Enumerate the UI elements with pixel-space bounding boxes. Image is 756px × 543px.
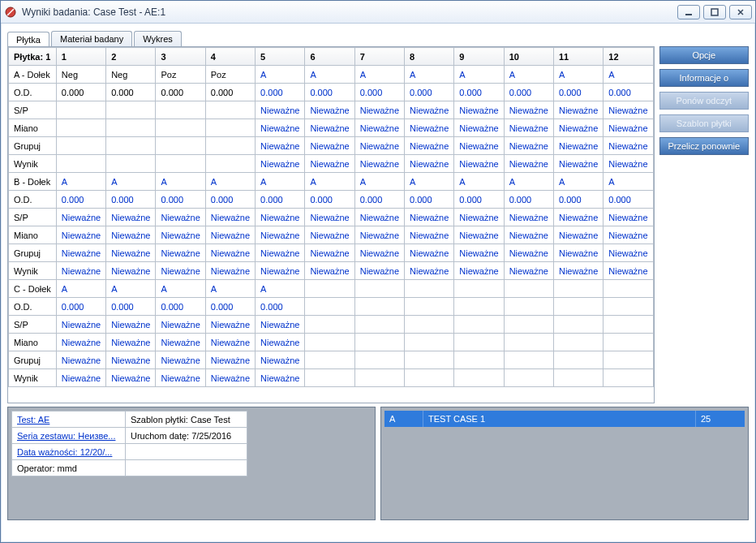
col-header[interactable]: 7 <box>354 48 404 66</box>
grid-cell[interactable]: 0.000 <box>205 298 255 316</box>
grid-cell[interactable]: A <box>256 280 305 298</box>
grid-cell[interactable]: A <box>205 280 255 298</box>
grid-cell[interactable]: 0.000 <box>56 84 105 101</box>
grid-cell[interactable] <box>405 298 454 316</box>
grid-cell[interactable]: Nieważne <box>156 316 205 334</box>
col-header[interactable]: 10 <box>504 48 553 66</box>
grid-cell[interactable]: Neg <box>56 66 105 84</box>
grid-cell[interactable] <box>305 334 354 351</box>
grid-cell[interactable] <box>454 280 504 298</box>
grid-cell[interactable]: A <box>156 173 205 191</box>
grid-cell[interactable] <box>504 298 553 316</box>
grid-cell[interactable]: Nieważne <box>205 262 255 280</box>
grid-cell[interactable] <box>504 280 553 298</box>
grid-cell[interactable]: Nieważne <box>504 155 553 173</box>
grid-cell[interactable]: Nieważne <box>604 262 653 280</box>
col-header[interactable]: 6 <box>305 48 354 66</box>
grid-cell[interactable]: Nieważne <box>256 369 305 387</box>
grid-cell[interactable] <box>305 280 354 298</box>
grid-cell[interactable]: Nieważne <box>305 226 354 244</box>
grid-cell[interactable]: Nieważne <box>256 209 305 226</box>
grid-cell[interactable]: Nieważne <box>454 155 504 173</box>
grid-cell[interactable] <box>205 101 255 119</box>
grid-cell[interactable]: 0.000 <box>553 191 603 209</box>
grid-cell[interactable]: 0.000 <box>354 84 404 101</box>
grid-cell[interactable]: Nieważne <box>405 244 454 262</box>
grid-cell[interactable]: Nieważne <box>405 262 454 280</box>
grid-cell[interactable]: Nieważne <box>106 226 156 244</box>
grid-cell[interactable]: Nieważne <box>305 119 354 137</box>
grid-cell[interactable] <box>454 316 504 334</box>
grid-cell[interactable]: A <box>106 280 156 298</box>
grid-cell[interactable] <box>553 351 603 369</box>
grid-cell[interactable]: Nieważne <box>604 209 653 226</box>
col-header[interactable]: 9 <box>454 48 504 66</box>
grid-cell[interactable]: Nieważne <box>454 101 504 119</box>
grid-cell[interactable]: Nieważne <box>256 137 305 155</box>
grid-cell[interactable]: Nieważne <box>256 244 305 262</box>
grid-cell[interactable]: Nieważne <box>604 137 653 155</box>
col-header[interactable]: 2 <box>106 48 156 66</box>
grid-cell[interactable]: Nieważne <box>156 262 205 280</box>
grid-cell[interactable]: Nieważne <box>405 101 454 119</box>
col-header[interactable]: 4 <box>205 48 255 66</box>
grid-cell[interactable]: 0.000 <box>106 191 156 209</box>
col-header[interactable]: 8 <box>405 48 454 66</box>
grid-cell[interactable]: Nieważne <box>205 226 255 244</box>
grid-cell[interactable] <box>504 316 553 334</box>
grid-cell[interactable]: Neg <box>106 66 156 84</box>
grid-cell[interactable] <box>454 334 504 351</box>
grid-cell[interactable]: Nieważne <box>205 316 255 334</box>
grid-cell[interactable]: 0.000 <box>454 84 504 101</box>
grid-cell[interactable] <box>354 351 404 369</box>
grid-cell[interactable]: 0.000 <box>256 191 305 209</box>
grid-cell[interactable] <box>604 369 653 387</box>
grid-cell[interactable]: A <box>256 173 305 191</box>
grid-cell[interactable]: A <box>553 66 603 84</box>
grid-cell[interactable]: Nieważne <box>354 119 404 137</box>
grid-cell[interactable]: A <box>604 173 653 191</box>
info-link[interactable]: Seria zestawu: Неизве... <box>12 428 126 444</box>
grid-cell[interactable] <box>156 101 205 119</box>
case-row[interactable]: A TEST CASE 1 25 <box>384 411 745 427</box>
grid-cell[interactable]: 0.000 <box>305 191 354 209</box>
grid-cell[interactable]: Nieważne <box>354 209 404 226</box>
grid-cell[interactable]: Nieważne <box>354 155 404 173</box>
grid-cell[interactable]: 0.000 <box>504 191 553 209</box>
col-header[interactable]: 12 <box>604 48 653 66</box>
grid-cell[interactable]: Nieważne <box>553 101 603 119</box>
grid-cell[interactable]: Nieważne <box>354 137 404 155</box>
grid-cell[interactable]: Nieważne <box>56 316 105 334</box>
col-header[interactable]: 11 <box>553 48 603 66</box>
grid-cell[interactable]: A <box>305 173 354 191</box>
grid-cell[interactable]: A <box>553 173 603 191</box>
grid-cell[interactable] <box>156 155 205 173</box>
grid-cell[interactable] <box>454 298 504 316</box>
grid-cell[interactable] <box>405 351 454 369</box>
grid-cell[interactable]: Nieważne <box>106 334 156 351</box>
grid-cell[interactable]: Nieważne <box>504 244 553 262</box>
grid-cell[interactable] <box>156 119 205 137</box>
grid-cell[interactable] <box>305 298 354 316</box>
grid-cell[interactable]: Nieważne <box>405 209 454 226</box>
grid-cell[interactable]: Nieważne <box>504 119 553 137</box>
grid-cell[interactable]: Nieważne <box>256 316 305 334</box>
info-button[interactable]: Informacje o <box>659 69 749 87</box>
grid-cell[interactable] <box>106 155 156 173</box>
grid-cell[interactable]: Nieważne <box>305 101 354 119</box>
grid-cell[interactable]: Nieważne <box>354 244 404 262</box>
grid-cell[interactable]: Nieważne <box>56 334 105 351</box>
grid-cell[interactable] <box>604 351 653 369</box>
grid-cell[interactable]: Nieważne <box>106 316 156 334</box>
grid-cell[interactable] <box>354 298 404 316</box>
grid-cell[interactable]: 0.000 <box>156 191 205 209</box>
maximize-button[interactable] <box>703 5 726 19</box>
grid-cell[interactable]: A <box>354 173 404 191</box>
grid-cell[interactable]: 0.000 <box>354 191 404 209</box>
grid-cell[interactable] <box>56 155 105 173</box>
grid-cell[interactable]: Nieważne <box>56 226 105 244</box>
grid-cell[interactable]: Nieważne <box>156 226 205 244</box>
close-button[interactable] <box>729 5 752 19</box>
grid-cell[interactable]: A <box>604 66 653 84</box>
grid-cell[interactable]: Nieważne <box>156 369 205 387</box>
